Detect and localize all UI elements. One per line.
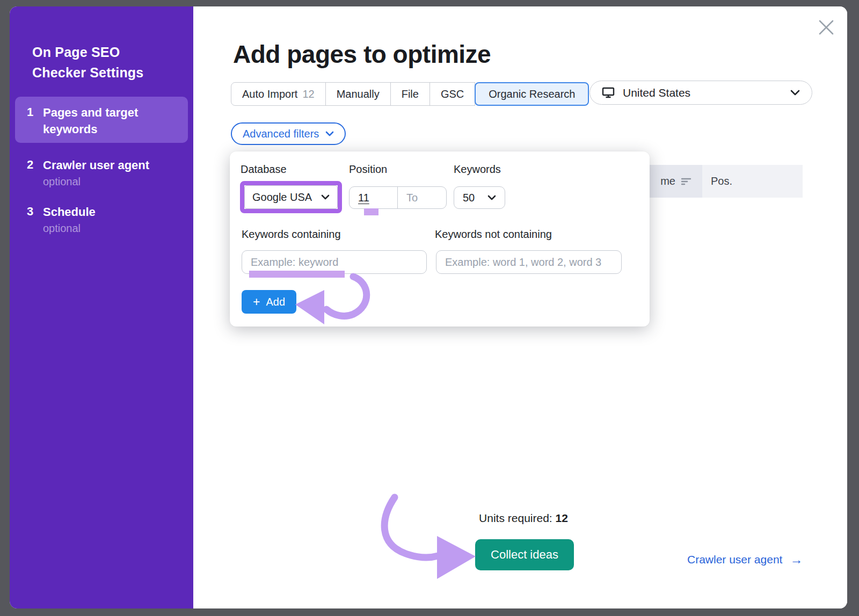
position-from-input[interactable] [350,187,398,208]
database-select[interactable]: Google USA [244,185,338,209]
chevron-down-icon [790,90,800,96]
sort-desc-icon [681,177,691,186]
tab-label: Organic Research [489,88,575,100]
tab-manually[interactable]: Manually [325,82,391,106]
seo-checker-settings-modal: On Page SEO Checker Settings 1 Pages and… [10,6,847,608]
keywords-count-select[interactable]: 50 [454,186,505,209]
keywords-not-containing-label: Keywords not containing [435,228,552,241]
column-label: Pos. [711,175,732,187]
add-button[interactable]: + Add [242,290,296,314]
keywords-containing-highlight-annotation [249,271,345,278]
chevron-down-icon [325,131,334,136]
sidebar-step-crawler-user-agent[interactable]: 2 Crawler user agent optional [15,149,188,197]
sidebar: On Page SEO Checker Settings 1 Pages and… [10,6,193,608]
tab-gsc[interactable]: GSC [430,82,475,106]
monitor-icon [602,86,615,99]
sidebar-title-line1: On Page SEO [32,42,143,62]
collect-ideas-button[interactable]: Collect ideas [475,539,574,570]
step-optional-tag: optional [43,173,179,190]
step-label: Pages and target keywords [43,104,179,137]
country-select[interactable]: United States [589,81,812,105]
tab-file[interactable]: File [390,82,430,106]
table-header-pos[interactable]: Pos. [702,165,803,198]
close-button[interactable] [817,18,836,38]
annotation-arrow-to-add [290,272,376,332]
keywords-count-value: 50 [463,192,475,204]
arrow-right-icon: → [790,553,803,566]
country-select-value: United States [623,86,690,99]
step-number: 3 [27,204,43,220]
crawler-user-agent-link[interactable]: Crawler user agent → [687,553,803,566]
database-label: Database [241,163,287,176]
crawler-user-agent-link-label: Crawler user agent [687,553,782,566]
advanced-filters-panel: Database Google USA Position Keywords 50 [230,151,650,327]
keywords-label: Keywords [454,163,501,176]
database-select-value: Google USA [252,191,312,204]
sidebar-title: On Page SEO Checker Settings [32,42,143,83]
step-label: Crawler user agent [43,157,179,173]
step-label: Schedule [43,204,179,220]
advanced-filters-label: Advanced filters [243,128,319,140]
position-highlight-annotation [364,208,378,215]
position-range-input [349,186,447,209]
annotation-arrow-to-collect [375,493,482,585]
units-required-value: 12 [556,512,568,524]
tab-auto-import[interactable]: Auto Import 12 [231,82,326,106]
modal-content: Add pages to optimize Auto Import 12 Man… [193,6,847,608]
sidebar-title-line2: Checker Settings [32,62,143,83]
tab-label: Manually [337,88,380,100]
column-label-partial: me [660,175,675,187]
sidebar-step-pages-and-keywords[interactable]: 1 Pages and target keywords [15,97,188,143]
plus-icon: + [253,296,260,308]
add-button-label: Add [266,296,285,308]
close-icon [817,18,835,37]
tab-organic-research[interactable]: Organic Research [475,82,589,106]
advanced-filters-button[interactable]: Advanced filters [231,122,346,145]
tab-label: GSC [441,88,464,100]
chevron-down-icon [487,195,496,200]
keywords-not-containing-input[interactable] [436,250,622,274]
tab-label: File [402,88,419,100]
units-required: Units required: 12 [440,512,607,525]
tab-bar: Auto Import 12 Manually File GSC Organic… [231,82,589,106]
position-label: Position [349,163,387,176]
units-required-label: Units required: [479,512,552,524]
step-number: 2 [27,157,43,173]
page-title: Add pages to optimize [233,40,491,69]
keywords-containing-label: Keywords containing [242,228,341,241]
tab-count-badge: 12 [302,88,314,100]
position-to-input[interactable] [398,187,446,208]
database-highlight-annotation: Google USA [240,181,342,213]
step-optional-tag: optional [43,220,179,236]
sidebar-step-schedule[interactable]: 3 Schedule optional [15,196,188,244]
step-number: 1 [27,104,43,120]
tab-label: Auto Import [242,88,297,100]
chevron-down-icon [321,194,330,200]
